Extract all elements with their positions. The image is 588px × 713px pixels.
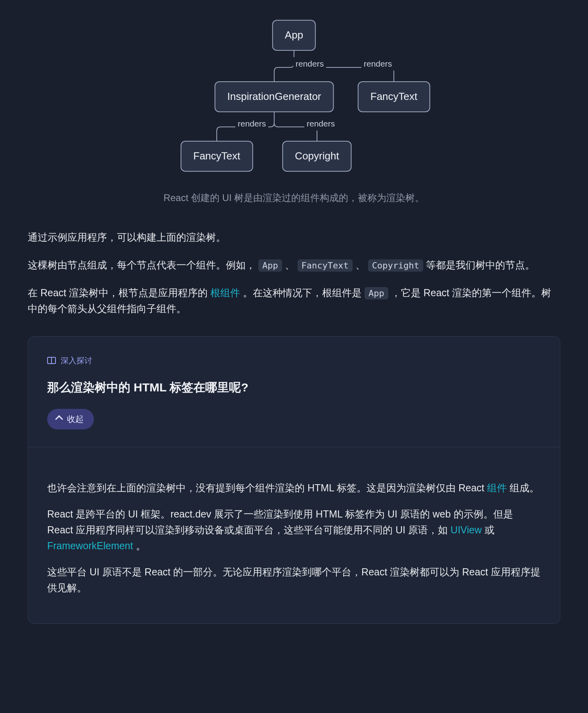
paragraph: 通过示例应用程序，可以构建上面的渲染树。 xyxy=(28,229,560,245)
edge-label: renders xyxy=(361,57,394,71)
node-copyright: Copyright xyxy=(282,141,351,172)
book-icon xyxy=(47,357,56,364)
paragraph: 这棵树由节点组成，每个节点代表一个组件。例如， App 、 FancyText … xyxy=(28,257,560,273)
diagram-caption: React 创建的 UI 树是由渲染过的组件构成的，被称为渲染树。 xyxy=(164,190,425,205)
frameworkelement-link[interactable]: FrameworkElement xyxy=(47,540,133,551)
component-link[interactable]: 组件 xyxy=(487,482,507,493)
paragraph: 这些平台 UI 原语不是 React 的一部分。无论应用程序渲染到哪个平台，Re… xyxy=(47,564,541,596)
node-fancy-text: FancyText xyxy=(358,81,430,112)
code-token: FancyText xyxy=(298,259,353,272)
code-token: Copyright xyxy=(368,259,423,272)
render-tree-diagram: App InspirationGenerator FancyText Fancy… xyxy=(28,20,560,205)
deep-dive-tag: 深入探讨 xyxy=(47,354,541,367)
chevron-up-icon xyxy=(55,415,63,423)
uiview-link[interactable]: UIView xyxy=(451,524,482,535)
code-token: App xyxy=(365,287,388,299)
deep-dive-panel: 深入探讨 那么渲染树中的 HTML 标签在哪里呢? 收起 也许会注意到在上面的渲… xyxy=(28,336,560,624)
node-inspiration-generator: InspirationGenerator xyxy=(214,81,334,112)
edge-label: renders xyxy=(304,117,337,130)
collapse-button[interactable]: 收起 xyxy=(47,409,94,429)
paragraph: React 是跨平台的 UI 框架。react.dev 展示了一些渲染到使用 H… xyxy=(47,506,541,554)
paragraph: 也许会注意到在上面的渲染树中，没有提到每个组件渲染的 HTML 标签。这是因为渲… xyxy=(47,480,541,496)
node-app: App xyxy=(272,20,316,51)
edge-label: renders xyxy=(235,117,268,130)
edge-label: renders xyxy=(293,57,326,71)
root-component-link[interactable]: 根组件 xyxy=(210,287,240,298)
paragraph: 在 React 渲染树中，根节点是应用程序的 根组件 。在这种情况下，根组件是 … xyxy=(28,285,560,316)
code-token: App xyxy=(258,259,282,272)
node-fancy-text: FancyText xyxy=(181,141,253,172)
panel-title: 那么渲染树中的 HTML 标签在哪里呢? xyxy=(47,378,541,397)
